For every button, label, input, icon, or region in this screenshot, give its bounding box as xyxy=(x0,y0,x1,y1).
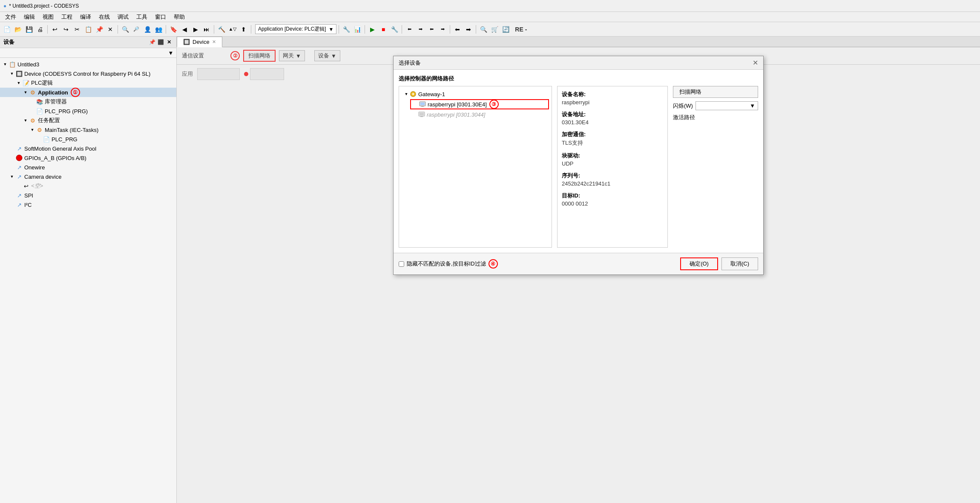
toolbar-arrow-left[interactable]: ⬅ xyxy=(452,24,463,34)
toggle-softmotion xyxy=(9,145,15,152)
tree-item-gpios[interactable]: GPIOs_A_B (GPIOs A/B) xyxy=(0,153,176,163)
toolbar-indent-right[interactable]: ➡ xyxy=(415,24,425,34)
info-name: 设备名称: raspberrypi xyxy=(562,91,663,106)
toolbar-cut[interactable]: ✂ xyxy=(72,24,82,34)
panel-close[interactable]: ✕ xyxy=(165,38,173,46)
panel-header: 设备 📌 ⬛ ✕ xyxy=(0,37,176,48)
toolbar-zoom[interactable]: 🔍 xyxy=(478,24,489,34)
menu-file[interactable]: 文件 xyxy=(2,12,20,22)
toolbar-stop[interactable]: ■ xyxy=(378,24,388,34)
toolbar-redo[interactable]: ↪ xyxy=(61,24,71,34)
dtree-device1[interactable]: raspberrypi [0301.30E4] ③ xyxy=(410,99,549,109)
tab-device[interactable]: 🔲 Device ✕ xyxy=(177,37,222,47)
icon-plcprg2: 📄 xyxy=(43,135,50,143)
tree-item-libmanager[interactable]: 📚 库管理器 xyxy=(0,97,176,106)
toolbar-paste[interactable]: 📌 xyxy=(94,24,104,34)
menu-edit[interactable]: 编辑 xyxy=(20,12,38,22)
tree-item-spi[interactable]: ↗ SPI xyxy=(0,191,176,200)
cancel-button[interactable]: 取消(C) xyxy=(721,257,758,270)
tree-item-i2c[interactable]: ↗ I²C xyxy=(0,200,176,209)
toolbar-wrench[interactable]: 🔧 xyxy=(389,24,399,34)
toggle-root[interactable]: ▼ xyxy=(2,61,9,68)
toolbar-indent-left[interactable]: ⬅ xyxy=(404,24,414,34)
toolbar-play[interactable]: ▶ xyxy=(367,24,377,34)
tree-item-device[interactable]: ▼ 🔲 Device (CODESYS Control for Raspberr… xyxy=(0,69,176,78)
toolbar-nav2[interactable]: ▶ xyxy=(190,24,201,34)
panel-float[interactable]: ⬛ xyxy=(157,38,164,46)
tab-device-close[interactable]: ✕ xyxy=(212,39,216,45)
toolbar-sep8 xyxy=(402,25,402,34)
menu-compile[interactable]: 编译 xyxy=(77,12,95,22)
tree-item-maintask[interactable]: ▼ ⚙ MainTask (IEC-Tasks) xyxy=(0,125,176,134)
toolbar-save[interactable]: 💾 xyxy=(24,24,34,34)
toolbar-new[interactable]: 📄 xyxy=(2,24,12,34)
toolbar-build[interactable]: 🔨 xyxy=(216,24,227,34)
tree-item-taskconfig[interactable]: ▼ ⚙ 任务配置 xyxy=(0,116,176,125)
tree-item-plcprg[interactable]: 📄 PLC_PRG (PRG) xyxy=(0,106,176,116)
toolbar-open[interactable]: 📂 xyxy=(13,24,23,34)
toolbar-cart[interactable]: 🛒 xyxy=(489,24,500,34)
toggle-application[interactable]: ▼ xyxy=(22,89,29,96)
sidebar-flash-dropdown[interactable]: ▼ xyxy=(695,101,758,110)
dialog-close-btn[interactable]: ✕ xyxy=(753,59,758,67)
toolbar-clean[interactable]: ▲▽ xyxy=(227,24,238,34)
toolbar-arrow-right[interactable]: ➡ xyxy=(463,24,474,34)
tree-item-softmotion[interactable]: ↗ SoftMotion General Axis Pool xyxy=(0,144,176,153)
toolbar-scope[interactable]: 📊 xyxy=(352,24,362,34)
toolbar-print[interactable]: 🖨 xyxy=(35,24,45,34)
toolbar-nav1[interactable]: ◀ xyxy=(179,24,190,34)
menu-debug[interactable]: 调试 xyxy=(114,12,132,22)
tree-item-camera[interactable]: ▼ ↗ Camera device xyxy=(0,172,176,181)
tree-item-empty[interactable]: ↩ <空> xyxy=(0,181,176,191)
toggle-maintask[interactable]: ▼ xyxy=(29,126,36,133)
label-i2c: I²C xyxy=(24,202,32,208)
menu-window[interactable]: 窗口 xyxy=(152,12,170,22)
ok-button[interactable]: 确定(O) xyxy=(680,257,718,270)
toolbar-indent-left2[interactable]: ⬅ xyxy=(426,24,437,34)
toolbar-undo[interactable]: ↩ xyxy=(50,24,60,34)
right-panel: 🔲 Device ✕ 通信设置 ② 扫描网络 网关 ▼ 设备 ▼ xyxy=(177,37,980,503)
label-gpios: GPIOs_A_B (GPIOs A/B) xyxy=(24,155,86,161)
toggle-empty xyxy=(15,183,22,189)
panel-pin[interactable]: 📌 xyxy=(148,38,156,46)
toolbar-indent-right2[interactable]: ➡ xyxy=(437,24,448,34)
menu-help[interactable]: 帮助 xyxy=(170,12,188,22)
tab-device-icon: 🔲 xyxy=(183,39,190,45)
info-address-value: 0301.30E4 xyxy=(562,119,663,126)
sidebar-scan-btn[interactable]: 扫描网络 xyxy=(673,86,758,98)
toolbar-user[interactable]: 👤 xyxy=(142,24,152,34)
toggle-camera[interactable]: ▼ xyxy=(9,173,15,180)
toggle-plc[interactable]: ▼ xyxy=(15,80,22,86)
tree-item-plcprg2[interactable]: 📄 PLC_PRG xyxy=(0,134,176,144)
tree-item-plc[interactable]: ▼ 📝 PLC逻辑 xyxy=(0,78,176,88)
toolbar-nav3[interactable]: ⏭ xyxy=(201,24,212,34)
tree-item-onewire[interactable]: ↗ Onewire xyxy=(0,163,176,172)
toolbar-bookmark[interactable]: 🔖 xyxy=(168,24,178,34)
menu-view[interactable]: 视图 xyxy=(39,12,57,22)
hide-mismatch-checkbox[interactable] xyxy=(399,261,404,267)
icon-root: 📋 xyxy=(9,60,16,68)
toolbar-transfer[interactable]: ⬆ xyxy=(239,24,249,34)
menu-online[interactable]: 在线 xyxy=(95,12,113,22)
dtree-toggle-gateway[interactable]: ▼ xyxy=(403,91,409,97)
toolbar-find2[interactable]: 🔎 xyxy=(131,24,141,34)
toolbar-user2[interactable]: 👥 xyxy=(153,24,164,34)
tree-item-application[interactable]: ▼ ⚙ Application ① xyxy=(0,88,176,97)
svg-rect-5 xyxy=(421,106,424,107)
dtree-device2[interactable]: raspberrypi [0301.3044] xyxy=(410,109,549,120)
toggle-taskconfig[interactable]: ▼ xyxy=(22,117,29,124)
dialog-overlay: 选择设备 ✕ 选择控制器的网络路径 ▼ xyxy=(177,47,980,503)
panel-dropdown-arrow[interactable]: ▼ xyxy=(167,49,175,57)
dialog-tree-panel: ▼ Gateway-1 xyxy=(399,86,552,248)
toolbar-refresh[interactable]: 🔄 xyxy=(500,24,511,34)
menu-tools[interactable]: 工具 xyxy=(133,12,151,22)
dtree-gateway[interactable]: ▼ Gateway-1 xyxy=(402,89,549,99)
tree-item-root[interactable]: ▼ 📋 Untitled3 xyxy=(0,60,176,69)
toolbar-online-config[interactable]: 🔧 xyxy=(341,24,351,34)
toggle-device[interactable]: ▼ xyxy=(9,70,15,77)
toolbar-delete[interactable]: ✕ xyxy=(105,24,115,34)
toolbar-copy[interactable]: 📋 xyxy=(83,24,93,34)
menu-project[interactable]: 工程 xyxy=(58,12,76,22)
app-selector[interactable]: Application [Device: PLC逻辑] ▼ xyxy=(255,24,336,34)
toolbar-find[interactable]: 🔍 xyxy=(120,24,130,34)
